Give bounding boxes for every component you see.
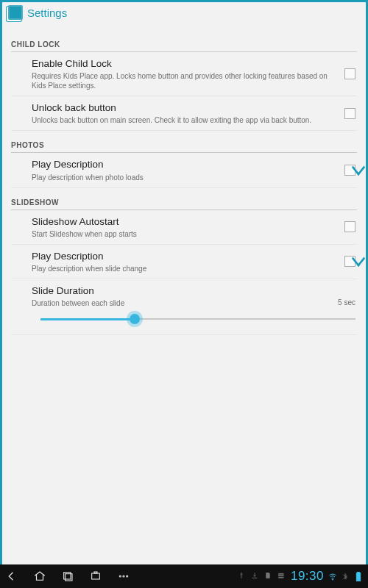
pref-slideshow-autostart[interactable]: Slideshow Autostart Start Slideshow when… (11, 210, 357, 245)
category-child-lock: CHILD LOCK (11, 30, 357, 52)
svg-rect-2 (92, 573, 100, 579)
slider-thumb[interactable] (130, 314, 140, 324)
menu-icon[interactable] (116, 569, 131, 584)
pref-title: Unlock back button (32, 101, 332, 115)
pref-unlock-back[interactable]: Unlock back button Unlocks back button o… (11, 96, 357, 131)
checkbox-enable-child-lock[interactable] (344, 68, 355, 79)
svg-rect-1 (66, 574, 72, 581)
pref-title: Slide Duration (32, 284, 338, 298)
system-nav-bar: 19:30 (0, 564, 368, 588)
svg-rect-11 (356, 573, 361, 581)
download-icon (251, 572, 260, 581)
options-icon (277, 572, 286, 581)
svg-rect-8 (279, 576, 284, 576)
pref-summary: Requires Kids Place app. Locks home butt… (32, 71, 332, 90)
svg-point-4 (119, 576, 121, 577)
recent-apps-icon[interactable] (60, 569, 75, 584)
pref-summary: Play description when slide change (32, 264, 332, 273)
pref-title: Enable Child Lock (32, 57, 332, 71)
pref-summary: Play description when photo loads (32, 173, 332, 182)
pref-slideshow-play-description[interactable]: Play Description Play description when s… (11, 245, 357, 279)
app-icon (8, 5, 23, 20)
wifi-icon (328, 572, 337, 581)
battery-icon (355, 572, 364, 581)
pref-photos-play-description[interactable]: Play Description Play description when p… (11, 153, 357, 187)
bluetooth-icon (342, 572, 350, 581)
checkbox-slideshow-play-description[interactable] (344, 256, 355, 267)
slide-duration-slider[interactable] (40, 312, 355, 326)
svg-point-5 (123, 576, 124, 577)
svg-rect-7 (279, 573, 284, 574)
slide-duration-value: 5 sec (338, 298, 355, 308)
pref-enable-child-lock[interactable]: Enable Child Lock Requires Kids Place ap… (11, 52, 357, 96)
pref-summary: Start Slideshow when app starts (32, 229, 332, 239)
status-area[interactable]: 19:30 (238, 569, 364, 584)
svg-point-6 (127, 576, 128, 577)
checkbox-unlock-back[interactable] (344, 108, 355, 119)
screenshot-icon[interactable] (88, 569, 103, 584)
pref-title: Play Description (32, 158, 332, 171)
slider-fill (40, 318, 135, 320)
settings-list: CHILD LOCK Enable Child Lock Requires Ki… (2, 24, 366, 335)
checkbox-slideshow-autostart[interactable] (344, 221, 355, 232)
clock: 19:30 (291, 569, 324, 584)
pref-summary: Duration between each slide (32, 298, 338, 308)
category-slideshow: SLIDESHOW (11, 188, 357, 210)
home-icon[interactable] (32, 569, 47, 584)
pref-title: Slideshow Autostart (32, 215, 332, 229)
back-icon[interactable] (4, 569, 19, 584)
checkbox-photos-play-description[interactable] (344, 165, 355, 176)
pref-slide-duration[interactable]: Slide Duration Duration between each sli… (11, 279, 357, 309)
action-bar: Settings (2, 2, 366, 24)
pref-title: Play Description (32, 250, 332, 263)
svg-point-10 (332, 579, 333, 581)
svg-rect-0 (64, 573, 71, 579)
page-title: Settings (27, 7, 67, 19)
svg-rect-12 (358, 572, 360, 573)
pref-summary: Unlocks back button on main screen. Chec… (32, 115, 332, 125)
svg-rect-3 (94, 572, 97, 573)
category-photos: PHOTOS (11, 131, 357, 153)
svg-rect-9 (279, 577, 284, 578)
sd-card-icon (264, 572, 273, 581)
usb-icon (238, 572, 247, 581)
